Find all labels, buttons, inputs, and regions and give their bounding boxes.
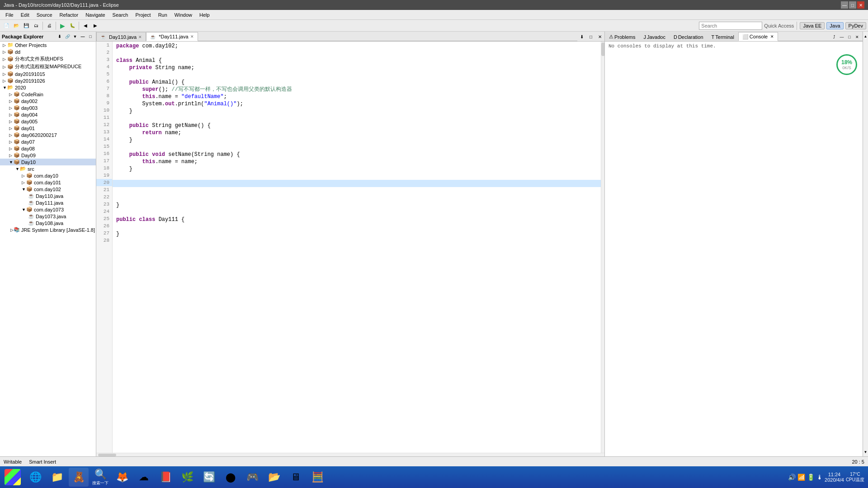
code-lines[interactable]: package com.day102; class Animal { priva… [113,42,601,453]
maximize-button[interactable]: □ [849,1,856,9]
taskbar-chrome[interactable]: ⬤ [221,468,241,487]
taskbar-game[interactable]: 🎮 [242,468,262,487]
print-button[interactable]: 🖨 [45,21,54,30]
minimize-pe-button[interactable]: — [79,33,86,40]
editor-toolbar-btn-3[interactable]: ✕ [595,32,604,41]
taskbar-cloud[interactable]: ☁ [134,468,154,487]
menu-navigate[interactable]: Navigate [82,11,108,19]
tree-item-com-day1073[interactable]: ▼ 📦 com.day1073 [0,206,96,213]
taskbar-search[interactable]: 🔍 搜索一下 [90,468,110,487]
right-panel-btn-2[interactable]: — [838,33,845,41]
right-panel-btn-4[interactable]: ✕ [854,33,861,41]
horizontal-scrollbar[interactable] [96,453,604,456]
right-panel-btn-3[interactable]: □ [846,33,853,41]
tree-item-day01[interactable]: ▷ 📦 day01 [0,125,96,131]
perspective-javaee[interactable]: Java EE [800,22,825,29]
run-button[interactable]: ▶ [58,21,67,30]
taskbar-app1[interactable]: 🧸 [69,468,89,487]
menu-search[interactable]: Search [109,11,132,19]
tree-item-day10[interactable]: ▼ 📦 Day10 [0,159,96,165]
taskbar-app3[interactable]: 🌿 [177,468,197,487]
perspective-pydev[interactable]: PyDev [845,22,866,29]
taskbar-files[interactable]: 📂 [264,468,284,487]
new-button[interactable]: 📄 [2,21,11,30]
tree-item-dd[interactable]: ▷ 📦 dd [0,48,96,55]
tree-item-com-day102[interactable]: ▼ 📦 com.day102 [0,186,96,192]
tab-day111[interactable]: ☕ *Day111.java ✕ [146,32,198,41]
menu-source[interactable]: Source [33,11,56,19]
tree-item-coderain[interactable]: ▷ 📦 CodeRain [0,91,96,98]
minimize-button[interactable]: — [841,1,848,9]
menu-window[interactable]: Window [171,11,196,19]
tree-item-day20191026[interactable]: ▷ 📦 day20191026 [0,77,96,84]
tree-item-day07[interactable]: ▷ 📦 day07 [0,138,96,145]
menu-file[interactable]: File [2,11,17,19]
close-tab-day111[interactable]: ✕ [190,34,194,39]
tree-item-day08[interactable]: ▷ 📦 day08 [0,145,96,152]
tree-item-other-projects[interactable]: ▷ 📁 Other Projects [0,42,96,48]
tree-item-day20191015[interactable]: ▷ 📦 day20191015 [0,70,96,77]
debug-button[interactable]: 🐛 [68,21,77,30]
vertical-scrollbar[interactable] [601,42,604,453]
tab-console[interactable]: ⬜ Console ✕ [738,32,778,41]
taskbar-calc[interactable]: 🧮 [307,468,327,487]
menu-run[interactable]: Run [155,11,171,19]
taskbar-ie[interactable]: 🌐 [25,468,45,487]
tree-item-2020[interactable]: ▼ 📂 2020 [0,84,96,91]
tree-item-day110[interactable]: ☕ Day110.java [0,192,96,199]
tree-item-day004[interactable]: ▷ 📦 day004 [0,111,96,118]
tree-item-day111[interactable]: ☕ Day111.java [0,199,96,206]
tree-item-day108[interactable]: ☕ Day108.java [0,220,96,226]
tree-item-day1073[interactable]: ☕ Day1073.java [0,213,96,220]
forward-button[interactable]: ▶ [91,21,100,30]
tab-javadoc[interactable]: J Javadoc [639,32,669,41]
tab-declaration[interactable]: D Declaration [670,32,708,41]
open-button[interactable]: 📂 [12,21,21,30]
taskbar-firefox[interactable]: 🦊 [112,468,132,487]
h-scrollbar-thumb[interactable] [98,454,116,456]
tree-item-day0620200217[interactable]: ▷ 📦 day0620200217 [0,131,96,138]
code-editor[interactable]: 1 2 3 4 5 6 7 8 9 10 11 12 13 14 15 16 1 [96,42,604,453]
system-clock[interactable]: 11:24 2020/4/4 [825,472,844,483]
menu-help[interactable]: Help [196,11,213,19]
taskbar-desktop[interactable]: 🖥 [286,468,306,487]
close-console-tab[interactable]: ✕ [770,34,774,39]
taskbar-folder[interactable]: 📁 [47,468,67,487]
tab-terminal[interactable]: T Terminal [708,32,738,41]
scrollbar-thumb[interactable] [601,42,605,56]
view-menu-button[interactable]: ▼ [71,33,79,40]
tree-item-day002[interactable]: ▷ 📦 day002 [0,98,96,104]
editor-toolbar-btn-1[interactable]: ⬇ [577,32,586,41]
tree-item-day09[interactable]: ▷ 📦 Day09 [0,152,96,159]
maximize-pe-button[interactable]: □ [87,33,94,40]
tree-item-com-day10[interactable]: ▷ 📦 com.day10 [0,172,96,179]
tree-item-day005[interactable]: ▷ 📦 day005 [0,118,96,125]
save-button[interactable]: 💾 [22,21,31,30]
tree-item-jre[interactable]: ▷ 📚 JRE System Library [JavaSE-1.8] [0,226,96,233]
quick-access-input[interactable] [699,22,762,30]
menu-refactor[interactable]: Refactor [56,11,82,19]
collapse-all-button[interactable]: ⬇ [56,33,63,40]
menu-project[interactable]: Project [132,11,154,19]
tree-item-mapreduce[interactable]: ▷ 📦 分布式流程框架MAPREDUCE [0,63,96,70]
scroll-up-btn[interactable]: ▲ [863,32,868,41]
start-button[interactable] [2,466,24,488]
editor-toolbar-btn-2[interactable]: □ [586,32,595,41]
perspective-java[interactable]: Java [826,22,843,29]
tree-item-com-day101[interactable]: ▷ 📦 com.day101 [0,179,96,186]
tree-item-hdfs[interactable]: ▷ 📦 分布式文件系统HDFS [0,55,96,63]
scroll-down-btn[interactable]: ▼ [863,447,868,456]
link-with-editor-button[interactable]: 🔗 [64,33,71,40]
tree-item-src[interactable]: ▼ 📂 src [0,165,96,172]
tree-item-day003[interactable]: ▷ 📦 day003 [0,104,96,111]
save-all-button[interactable]: 🗂 [32,21,41,30]
close-button[interactable]: ✕ [857,1,864,9]
close-tab-day110[interactable]: ✕ [138,35,142,39]
tab-day110[interactable]: ☕ Day110.java ✕ [96,32,146,41]
menu-edit[interactable]: Edit [17,11,33,19]
taskbar-app4[interactable]: 🔄 [199,468,219,487]
taskbar-app2[interactable]: 📕 [156,468,175,487]
back-button[interactable]: ◀ [81,21,90,30]
right-edge-scrollbar[interactable]: ▲ ▼ [863,32,868,456]
right-panel-btn-1[interactable]: ⤴ [830,33,838,41]
